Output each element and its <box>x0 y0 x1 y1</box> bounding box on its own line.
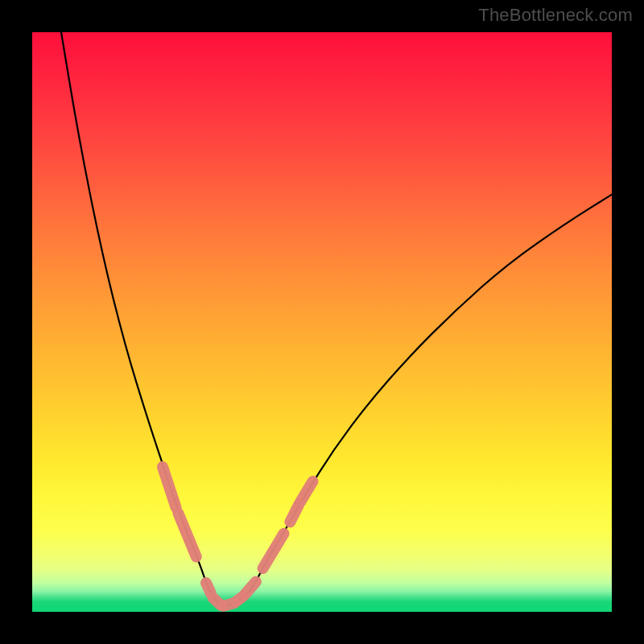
watermark-text: TheBottleneck.com <box>478 5 633 26</box>
marker-segment <box>206 583 211 593</box>
curve-group <box>61 32 612 605</box>
plot-area <box>32 32 612 612</box>
curve-svg <box>32 32 612 612</box>
marker-segment <box>163 467 176 507</box>
marker-segment <box>178 514 196 557</box>
marker-segment <box>263 534 284 568</box>
marker-group <box>163 467 312 606</box>
marker-segment <box>290 505 299 522</box>
marker-segment <box>245 582 256 595</box>
bottleneck-curve <box>61 32 612 605</box>
marker-segment <box>300 481 312 502</box>
chart-frame: TheBottleneck.com <box>0 0 644 644</box>
